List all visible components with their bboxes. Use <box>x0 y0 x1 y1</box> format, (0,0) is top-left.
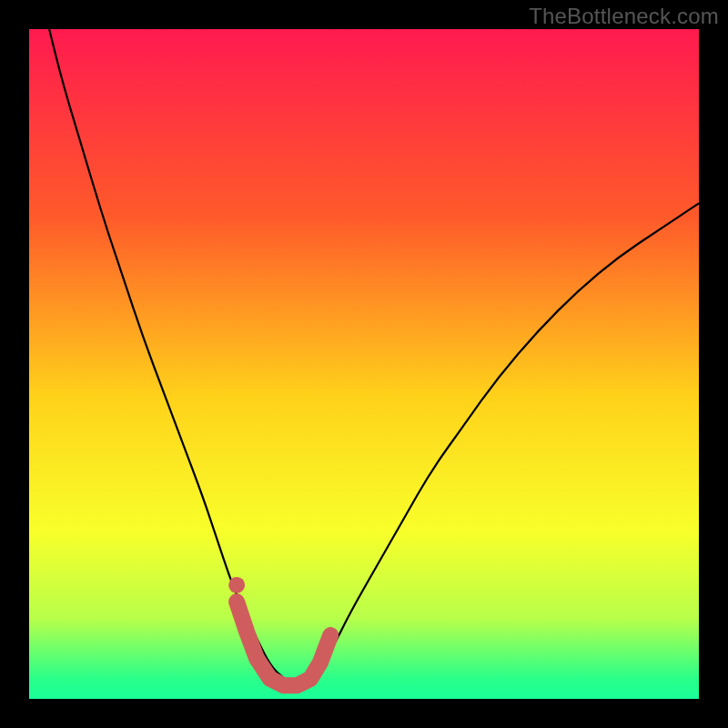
bottleneck-plot <box>29 29 699 699</box>
watermark-text: TheBottleneck.com <box>529 4 719 29</box>
marker-dot <box>228 577 245 593</box>
plot-background <box>29 29 699 699</box>
chart-frame: TheBottleneck.com <box>0 0 728 728</box>
